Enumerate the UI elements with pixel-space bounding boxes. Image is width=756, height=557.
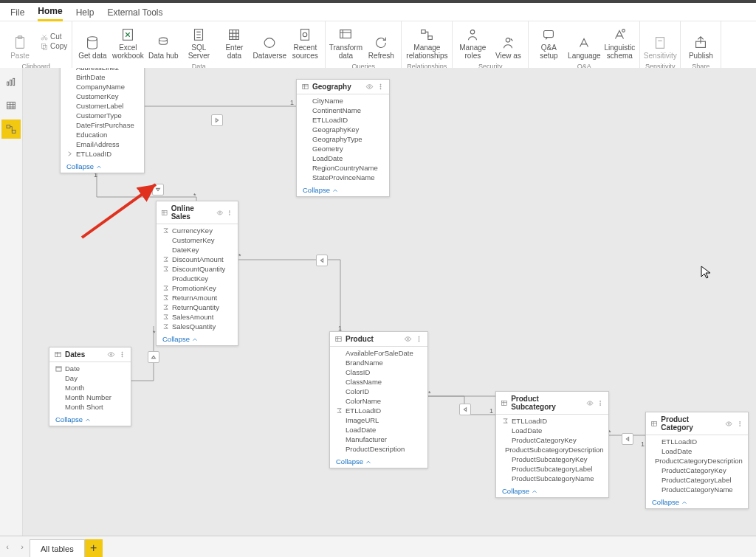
- table-field[interactable]: CustomerKey: [61, 91, 144, 101]
- eye-icon[interactable]: [365, 83, 374, 91]
- table-field[interactable]: ColorName: [330, 396, 427, 406]
- table-field[interactable]: ProductDescription: [330, 444, 427, 454]
- cut-button[interactable]: Cut: [40, 32, 67, 41]
- table-field[interactable]: Month Short: [49, 402, 131, 412]
- table-card-customer[interactable]: AddressLine2BirthDateCompanyNameCustomer…: [60, 68, 145, 173]
- table-field[interactable]: GeographyType: [297, 134, 389, 144]
- more-icon[interactable]: [226, 209, 233, 217]
- table-field[interactable]: CustomerType: [61, 111, 144, 120]
- tab-prev-button[interactable]: ‹: [0, 542, 15, 551]
- tab-next-button[interactable]: ›: [15, 542, 30, 551]
- recent-sources-button[interactable]: Recent sources: [289, 23, 320, 60]
- table-field[interactable]: ColorID: [330, 387, 427, 396]
- more-icon[interactable]: [597, 399, 604, 407]
- model-canvas[interactable]: * 1 1 * 1 * * 1 * 1 * 1 AddressLine2Birt…: [23, 68, 756, 536]
- collapse-link[interactable]: Collapse: [646, 496, 748, 508]
- data-hub-button[interactable]: Data hub: [148, 23, 179, 60]
- table-field[interactable]: ProductSubcategoryDescription: [496, 445, 608, 454]
- table-field[interactable]: Month: [49, 383, 131, 392]
- eye-icon[interactable]: [404, 335, 412, 343]
- table-field[interactable]: ETLLoadID: [496, 416, 608, 426]
- paste-button[interactable]: Paste: [4, 23, 35, 60]
- manage-roles-button[interactable]: Manage roles: [457, 23, 488, 60]
- table-field[interactable]: LoadDate: [496, 426, 608, 435]
- table-field[interactable]: ProductCategoryLabel: [646, 475, 748, 485]
- linguistic-schema-button[interactable]: Linguistic schema: [604, 23, 635, 60]
- sensitivity-button[interactable]: Sensitivity: [645, 23, 676, 60]
- eye-icon[interactable]: [725, 420, 732, 428]
- table-field[interactable]: GeographyKey: [297, 125, 389, 134]
- table-field[interactable]: LoadDate: [646, 446, 748, 456]
- table-field[interactable]: EmailAddress: [61, 139, 144, 149]
- table-field[interactable]: LoadDate: [297, 153, 389, 163]
- eye-icon[interactable]: [107, 350, 115, 359]
- table-field[interactable]: ProductCategoryDescription: [646, 456, 748, 466]
- tab-home[interactable]: Home: [38, 6, 62, 21]
- table-field[interactable]: CityName: [297, 96, 389, 105]
- more-icon[interactable]: [377, 83, 385, 91]
- table-field[interactable]: PromotionKey: [157, 283, 238, 293]
- table-card-product-subcategory[interactable]: Product Subcategory ETLLoadIDLoadDatePro…: [495, 391, 609, 498]
- more-icon[interactable]: [415, 335, 423, 343]
- eye-icon[interactable]: [586, 399, 594, 407]
- table-field[interactable]: SalesQuantity: [157, 322, 238, 331]
- table-card-online-sales[interactable]: Online Sales CurrencyKeyCustomerKeyDateK…: [156, 201, 238, 346]
- report-view-icon[interactable]: [4, 75, 18, 89]
- table-field[interactable]: DiscountQuantity: [157, 264, 238, 274]
- table-field[interactable]: ContinentName: [297, 105, 389, 115]
- table-field[interactable]: ClassID: [330, 367, 427, 377]
- table-card-product[interactable]: Product AvailableForSaleDateBrandNameCla…: [329, 331, 428, 468]
- collapse-link[interactable]: Collapse: [330, 455, 427, 468]
- more-icon[interactable]: [118, 350, 126, 359]
- publish-button[interactable]: Publish: [685, 23, 716, 60]
- excel-button[interactable]: Excel workbook: [112, 23, 143, 60]
- table-field[interactable]: AvailableForSaleDate: [330, 348, 427, 358]
- table-field[interactable]: DiscountAmount: [157, 255, 238, 264]
- table-field[interactable]: ReturnAmount: [157, 293, 238, 302]
- table-field[interactable]: Manufacturer: [330, 435, 427, 444]
- qa-setup-button[interactable]: Q&A setup: [533, 23, 564, 60]
- table-field[interactable]: BrandName: [330, 358, 427, 367]
- table-field[interactable]: BirthDate: [61, 72, 144, 82]
- more-icon[interactable]: [736, 420, 743, 428]
- table-field[interactable]: ClassName: [330, 377, 427, 387]
- model-view-icon[interactable]: [1, 120, 21, 139]
- data-view-icon[interactable]: [4, 99, 18, 112]
- table-field[interactable]: DateFirstPurchase: [61, 120, 144, 130]
- transform-data-button[interactable]: Transform data: [330, 23, 361, 60]
- table-field[interactable]: ProductSubcategoryLabel: [496, 464, 608, 474]
- table-field[interactable]: ETLLoadID: [297, 115, 389, 125]
- page-tab-all-tables[interactable]: All tables: [30, 539, 85, 558]
- table-field[interactable]: ProductCategoryKey: [496, 435, 608, 445]
- collapse-link[interactable]: Collapse: [297, 184, 389, 196]
- table-field[interactable]: CurrencyKey: [157, 226, 238, 235]
- table-field[interactable]: ProductSubcategoryKey: [496, 454, 608, 464]
- table-field[interactable]: CompanyName: [61, 82, 144, 91]
- get-data-button[interactable]: Get data: [77, 23, 108, 60]
- sql-button[interactable]: SQL Server: [183, 23, 214, 60]
- table-field[interactable]: DateKey: [157, 245, 238, 255]
- table-field[interactable]: ImageURL: [330, 415, 427, 425]
- tab-file[interactable]: File: [10, 7, 24, 21]
- table-field[interactable]: StateProvinceName: [297, 173, 389, 182]
- enter-data-button[interactable]: Enter data: [219, 23, 250, 60]
- table-field[interactable]: CustomerLabel: [61, 101, 144, 111]
- eye-icon[interactable]: [216, 209, 224, 217]
- collapse-link[interactable]: Collapse: [157, 333, 238, 345]
- dataverse-button[interactable]: Dataverse: [254, 23, 285, 60]
- table-field[interactable]: ProductCategoryName: [646, 485, 748, 494]
- table-field[interactable]: ETLLoadID: [330, 406, 427, 415]
- refresh-button[interactable]: Refresh: [365, 23, 396, 60]
- table-field[interactable]: Day: [49, 373, 131, 383]
- table-card-dates[interactable]: Dates DateDayMonthMonth NumberMonth Shor…: [49, 347, 131, 426]
- view-as-button[interactable]: View as: [492, 23, 523, 60]
- table-field[interactable]: SalesAmount: [157, 312, 238, 322]
- tab-external-tools[interactable]: External Tools: [107, 7, 162, 21]
- table-field[interactable]: Education: [61, 130, 144, 139]
- table-field[interactable]: CustomerKey: [157, 235, 238, 245]
- language-button[interactable]: Language: [568, 23, 599, 60]
- collapse-link[interactable]: Collapse: [49, 413, 131, 426]
- table-card-geography[interactable]: Geography CityNameContinentNameETLLoadID…: [296, 79, 390, 197]
- table-field[interactable]: RegionCountryName: [297, 163, 389, 173]
- table-field[interactable]: ETLLoadID: [646, 437, 748, 446]
